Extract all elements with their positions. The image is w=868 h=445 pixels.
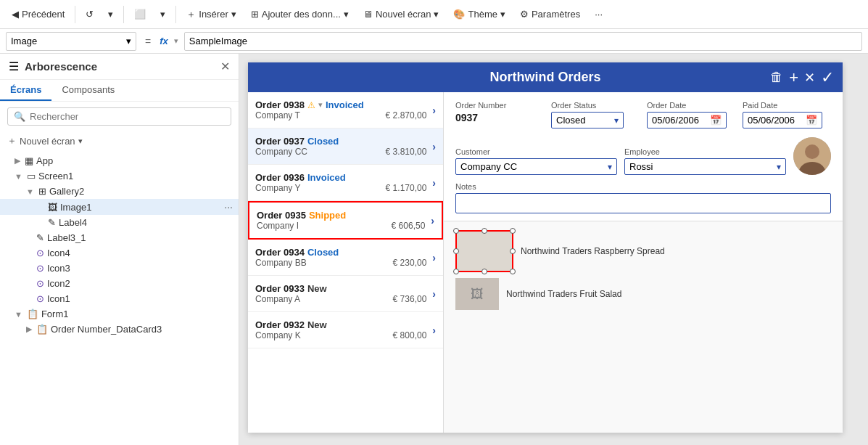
order-id-0934: Order 0934 [255,247,305,258]
amount-0933: € 736,00 [393,294,427,304]
gallery-item-0937[interactable]: Order 0937 Closed Company CC € 3.810,00 … [248,128,443,165]
gallery-item-0936[interactable]: Order 0936 Invoiced Company Y € 1.170,00… [248,165,443,201]
tree-label-label4: Label4 [59,217,87,228]
more-button[interactable]: ··· [589,6,608,23]
tree-item-ordernum[interactable]: ▶ 📋 Order Number_DataCard3 [0,322,239,337]
detail-panel: Order Number 0937 Order Status Closed ▾ … [444,92,843,433]
tree-arrow-gallery2: ▼ [26,187,34,196]
image-gallery: Northwind Traders Raspberry Spread 🖼 Nor… [444,221,843,433]
delete-button[interactable]: 🗑 [770,70,783,85]
chevron-0938: › [432,105,436,116]
tree-item-label4[interactable]: ▶ ✎ Label4 [0,215,239,230]
tree-item-icon2[interactable]: ▶ ⊙ Icon2 [0,276,239,291]
tree-item-icon1[interactable]: ▶ ⊙ Icon1 [0,291,239,306]
close-button[interactable]: ✕ [804,70,815,86]
insert-button[interactable]: ＋ Insérer ▾ [181,5,241,24]
formula-selector[interactable]: Image ▾ [6,32,136,51]
gallery-item-0934[interactable]: Order 0934 Closed Company BB € 230,00 › [248,240,443,276]
add-data-icon: ⊞ [251,9,259,20]
tree: ▶ ▦ App ▼ ▭ Screen1 ▼ ⊞ Gallery2 ▶ 🖼 Ima… [0,150,239,445]
copy-button[interactable]: ⬜ [128,6,152,23]
app-header-actions: 🗑 + ✕ ✓ [770,68,834,87]
company-0937: Company CC [255,147,307,157]
field-order-status: Order Status Closed ▾ [551,101,640,128]
order-date-label: Order Date [647,101,735,110]
copy-dropdown[interactable]: ▾ [154,6,171,23]
gallery-item-0932[interactable]: Order 0932 New Company K € 800,00 › [248,312,443,348]
order-id-0932: Order 0932 [255,319,305,330]
settings-icon: ⚙ [520,9,529,20]
new-screen-icon: 🖥 [363,9,373,20]
gallery-item-0933[interactable]: Order 0933 New Company A € 736,00 › [248,276,443,312]
undo-dropdown[interactable]: ▾ [102,6,119,23]
gallery-list: Order 0938 ⚠ ▾ Invoiced Company T € 2.87… [248,92,444,433]
tree-item-icon4[interactable]: ▶ ⊙ Icon4 [0,245,239,261]
tab-components[interactable]: Composants [51,80,125,101]
theme-button[interactable]: 🎨 Thème ▾ [447,6,511,23]
new-screen-tree-label: Nouvel écran [20,136,75,147]
amount-0932: € 800,00 [393,330,427,340]
status-0935: Shipped [309,210,346,221]
search-icon: 🔍 [14,111,25,122]
icon2-icon: ⊙ [36,278,44,289]
company-0936: Company Y [255,183,300,193]
new-screen-button[interactable]: 🖥 Nouvel écran ▾ [357,6,445,23]
amount-0934: € 230,00 [393,258,427,268]
new-screen-tree-button[interactable]: ＋ Nouvel écran ▾ [0,131,239,150]
sep2 [123,6,124,23]
add-data-button[interactable]: ⊞ Ajouter des donn... ▾ [245,6,355,23]
tree-dots-image1[interactable]: ··· [224,201,233,213]
back-button[interactable]: ◀ Précédent [6,6,70,23]
tree-item-gallery2[interactable]: ▼ ⊞ Gallery2 [0,184,239,199]
add-data-label: Ajouter des donn... [262,9,341,20]
gallery-icon: ⊞ [38,186,46,197]
label-icon-4: ✎ [48,217,56,228]
tree-item-image1[interactable]: ▶ 🖼 Image1 ··· [0,199,239,215]
image-thumb-0[interactable] [455,230,513,272]
tree-label-screen1: Screen1 [38,171,73,181]
settings-button[interactable]: ⚙ Paramètres [514,6,586,23]
back-label: Précédent [22,9,65,20]
handle-tm [481,228,487,234]
image-label-1: Northwind Traders Fruit Salad [506,289,621,299]
company-0932: Company K [255,330,301,340]
formula-input[interactable] [184,32,862,51]
undo-button[interactable]: ↺ [80,6,99,23]
tree-item-label3-1[interactable]: ▶ ✎ Label3_1 [0,230,239,245]
order-status-label: Order Status [551,101,640,110]
status-0932: New [307,319,327,330]
gallery-item-0938[interactable]: Order 0938 ⚠ ▾ Invoiced Company T € 2.87… [248,92,443,128]
tab-screens[interactable]: Écrans [0,80,51,101]
paid-date-input[interactable]: 05/06/2006 📅 [743,112,822,128]
order-status-select[interactable]: Closed ▾ [551,112,624,128]
new-screen-plus-icon: ＋ [7,134,17,147]
order-id-0938: Order 0938 [255,99,305,110]
order-id-0937: Order 0937 [255,136,305,147]
add-button[interactable]: + [789,68,798,87]
gallery-item-0935[interactable]: Order 0935 Shipped Company I € 606,50 › [248,201,443,240]
search-input[interactable] [30,111,225,122]
image-thumb-1[interactable]: 🖼 [455,278,499,310]
theme-icon: 🎨 [453,9,465,20]
notes-input[interactable] [455,193,831,213]
order-date-input[interactable]: 05/06/2006 📅 [647,112,727,128]
customer-select[interactable]: Company CC ▾ [455,158,617,175]
employee-avatar [793,137,831,175]
close-panel-button[interactable]: ✕ [220,60,230,73]
tree-item-icon3[interactable]: ▶ ⊙ Icon3 [0,261,239,276]
confirm-button[interactable]: ✓ [821,68,834,87]
status-0934: Closed [307,247,339,258]
handle-bl [453,269,459,274]
tree-item-app[interactable]: ▶ ▦ App [0,153,239,168]
field-customer: Customer Company CC ▾ [455,147,617,175]
app-body: Order 0938 ⚠ ▾ Invoiced Company T € 2.87… [248,92,843,433]
employee-select[interactable]: Rossi ▾ [624,158,786,175]
tree-item-screen1[interactable]: ▼ ▭ Screen1 [0,168,239,184]
company-0935: Company I [257,221,299,231]
tree-item-form1[interactable]: ▼ 📋 Form1 [0,306,239,322]
amount-0937: € 3.810,00 [386,147,427,157]
chevron-0937: › [432,141,436,152]
image-label-0: Northwind Traders Raspberry Spread [521,246,665,256]
handle-tr [510,228,516,234]
company-0934: Company BB [255,258,307,268]
